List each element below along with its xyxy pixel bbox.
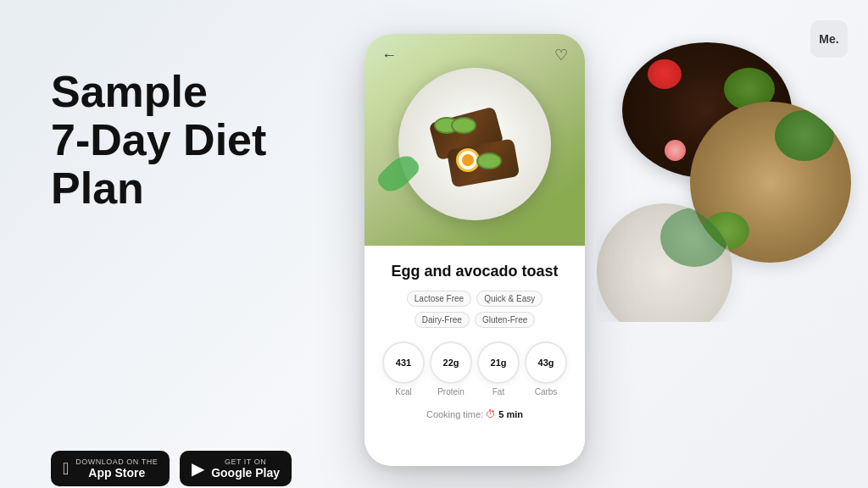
food-plate [398, 68, 551, 220]
nutrition-protein-label: Protein [437, 387, 465, 396]
timer-icon: ⏱ [486, 408, 496, 420]
right-food-images [597, 34, 868, 322]
android-icon: ▶ [192, 460, 204, 477]
tag-quick-easy: Quick & Easy [476, 291, 542, 307]
nutrition-kcal-label: Kcal [395, 387, 411, 396]
google-play-name-label: Google Play [211, 466, 280, 480]
cooking-time: Cooking time: ⏱ 5 min [380, 408, 570, 420]
recipe-tags-row: Lactose Free Quick & Easy Dairy-Free Glu… [380, 291, 570, 328]
favorite-heart-icon[interactable]: ♡ [554, 46, 568, 64]
bowl3-greens [660, 208, 728, 267]
cooking-time-label: Cooking time: [426, 409, 483, 419]
phone-mockup-area: ← ♡ Egg and avocado to [364, 34, 585, 466]
nutrition-kcal-circle: 431 [382, 341, 425, 384]
nutrition-kcal: 431 Kcal [382, 341, 425, 396]
nutrition-protein: 22g Protein [430, 341, 472, 396]
app-store-sub-label: Download on the [75, 458, 158, 466]
app-store-name-label: App Store [75, 466, 158, 480]
nutrition-fat-circle: 21g [477, 341, 520, 384]
nutrition-kcal-value: 431 [396, 358, 411, 368]
apple-icon:  [63, 460, 69, 477]
back-arrow-icon[interactable]: ← [381, 47, 397, 64]
recipe-title: Egg and avocado toast [380, 263, 570, 280]
food-bowl-3 [597, 203, 732, 322]
nutrition-carbs-label: Carbs [535, 387, 558, 396]
google-play-text: GET IT ON Google Play [211, 458, 280, 480]
google-play-button[interactable]: ▶ GET IT ON Google Play [180, 451, 292, 487]
app-store-text: Download on the App Store [75, 458, 158, 480]
nutrition-fat-label: Fat [492, 387, 504, 396]
nutrition-fat: 21g Fat [477, 341, 520, 396]
nutrition-carbs-circle: 43g [525, 341, 567, 384]
phone-recipe-content: Egg and avocado toast Lactose Free Quick… [364, 246, 585, 466]
tag-gluten-free: Gluten-Free [475, 312, 535, 328]
nutrition-protein-circle: 22g [430, 341, 472, 384]
nutrition-row: 431 Kcal 22g Protein 21g Fat [380, 341, 570, 396]
phone-navigation: ← ♡ [364, 34, 585, 76]
avocado-slice-3 [476, 152, 502, 169]
store-buttons-group:  Download on the App Store ▶ GET IT ON … [51, 451, 305, 487]
nutrition-protein-value: 22g [443, 358, 459, 368]
bowl-radish [665, 140, 686, 161]
egg-yolk [462, 154, 474, 166]
cooking-time-value: 5 min [498, 409, 523, 419]
nutrition-carbs-value: 43g [538, 358, 554, 368]
page-title: Sample7-Day DietPlan [51, 68, 305, 214]
google-play-sub-label: GET IT ON [211, 458, 280, 466]
nutrition-carbs: 43g Carbs [525, 341, 567, 396]
tag-lactose-free: Lactose Free [407, 291, 471, 307]
bowl2-greens [775, 110, 834, 161]
left-content-area: Sample7-Day DietPlan  Download on the A… [51, 68, 305, 488]
tag-dairy-free: Dairy-Free [415, 312, 470, 328]
phone-frame: ← ♡ Egg and avocado to [364, 34, 585, 466]
phone-food-image: ← ♡ [364, 34, 585, 254]
app-store-button[interactable]:  Download on the App Store [51, 451, 170, 487]
bowl-tomato [648, 59, 682, 89]
nutrition-fat-value: 21g [491, 358, 507, 368]
avocado-slice-2 [451, 117, 476, 134]
